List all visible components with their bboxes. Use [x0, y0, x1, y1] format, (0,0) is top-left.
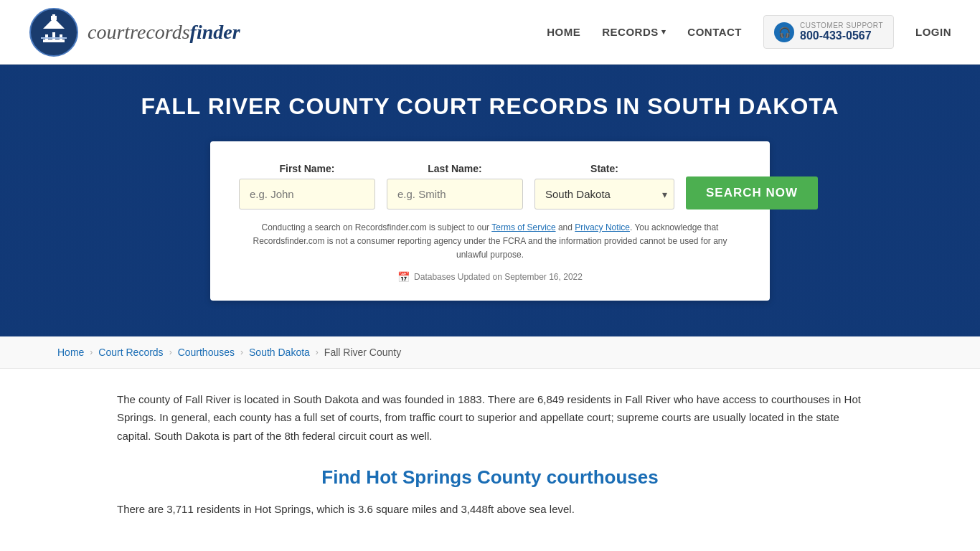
form-disclaimer: Conducting a search on Recordsfinder.com… [239, 221, 741, 263]
db-update: 📅 Databases Updated on September 16, 202… [239, 271, 741, 283]
first-name-group: First Name: [239, 163, 375, 209]
svg-rect-3 [52, 32, 55, 40]
tos-link[interactable]: Terms of Service [491, 222, 555, 232]
svg-rect-7 [52, 14, 55, 17]
breadcrumb-courthouses[interactable]: Courthouses [178, 347, 235, 358]
breadcrumb-sep-2: › [169, 347, 172, 357]
state-label: State: [534, 163, 674, 174]
nav-contact[interactable]: CONTACT [687, 26, 742, 38]
support-label: CUSTOMER SUPPORT [800, 22, 883, 29]
state-group: State: AlabamaAlaskaArizonaArkansasCalif… [534, 163, 674, 209]
first-name-label: First Name: [239, 163, 375, 174]
search-card: First Name: Last Name: State: AlabamaAla… [210, 141, 770, 301]
breadcrumb-south-dakota[interactable]: South Dakota [249, 347, 310, 358]
site-header: courtrecordsfinder HOME RECORDS ▾ CONTAC… [0, 0, 980, 65]
nav-home[interactable]: HOME [547, 26, 580, 38]
records-chevron-icon: ▾ [661, 27, 666, 37]
section-title: Find Hot Springs County courthouses [117, 466, 863, 489]
main-content: The county of Fall River is located in S… [60, 369, 920, 540]
breadcrumb-sep-4: › [316, 347, 319, 357]
nav-login[interactable]: LOGIN [915, 26, 951, 38]
logo-icon [29, 7, 79, 57]
content-intro: The county of Fall River is located in S… [117, 390, 863, 446]
last-name-group: Last Name: [387, 163, 523, 209]
search-form-row: First Name: Last Name: State: AlabamaAla… [239, 163, 741, 209]
support-phone: 800-433-0567 [800, 29, 883, 42]
nav-records[interactable]: RECORDS ▾ [602, 26, 666, 38]
logo[interactable]: courtrecordsfinder [29, 7, 240, 57]
first-name-input[interactable] [239, 179, 375, 209]
main-nav: HOME RECORDS ▾ CONTACT 🎧 CUSTOMER SUPPOR… [547, 15, 951, 49]
last-name-label: Last Name: [387, 163, 523, 174]
breadcrumb-sep-1: › [90, 347, 93, 357]
breadcrumb-fall-river-county: Fall River County [324, 347, 401, 358]
breadcrumb-court-records[interactable]: Court Records [98, 347, 163, 358]
logo-text: courtrecordsfinder [88, 21, 240, 44]
content-sub: There are 3,711 residents in Hot Springs… [117, 500, 863, 519]
search-button[interactable]: SEARCH NOW [686, 176, 818, 209]
support-block[interactable]: 🎧 CUSTOMER SUPPORT 800-433-0567 [763, 15, 894, 49]
breadcrumb-sep-3: › [240, 347, 243, 357]
breadcrumb-home[interactable]: Home [57, 347, 84, 358]
state-select[interactable]: AlabamaAlaskaArizonaArkansasCaliforniaCo… [534, 179, 674, 209]
last-name-input[interactable] [387, 179, 523, 209]
page-title: FALL RIVER COUNTY COURT RECORDS IN SOUTH… [141, 93, 839, 120]
calendar-icon: 📅 [397, 271, 410, 283]
headset-icon: 🎧 [774, 22, 794, 42]
svg-rect-8 [41, 37, 67, 39]
hero-section: FALL RIVER COUNTY COURT RECORDS IN SOUTH… [0, 65, 980, 336]
breadcrumb: Home › Court Records › Courthouses › Sou… [0, 336, 980, 369]
privacy-link[interactable]: Privacy Notice [575, 222, 630, 232]
